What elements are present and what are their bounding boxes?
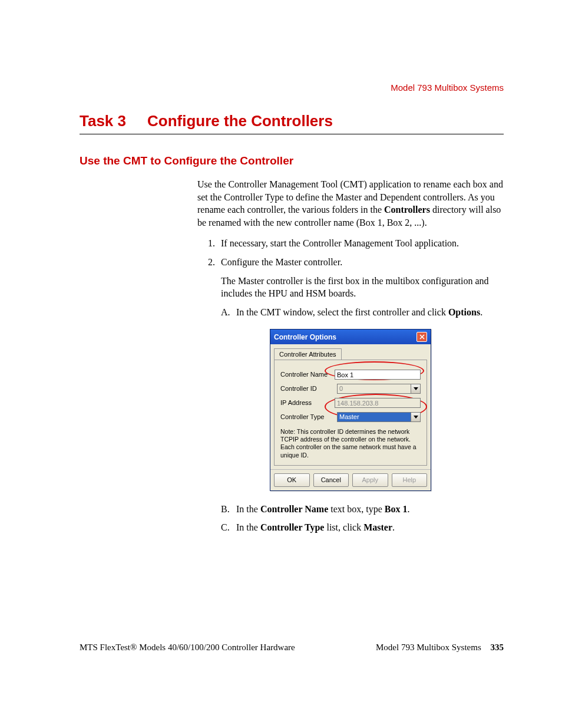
bold-text: Controllers xyxy=(384,205,430,215)
text: . xyxy=(392,522,395,532)
dialog-titlebar[interactable]: Controller Options xyxy=(270,330,431,344)
bold-text: Options xyxy=(448,307,480,317)
controller-type-select[interactable]: Master xyxy=(337,412,421,422)
text: . xyxy=(480,307,482,317)
dialog-controller-options: Controller Options Controller Attributes… xyxy=(270,329,431,490)
page-number: 335 xyxy=(491,643,504,652)
bold-text: Box 1 xyxy=(385,504,408,514)
chevron-down-icon[interactable] xyxy=(411,413,420,421)
footer-section: Model 793 Multibox Systems xyxy=(376,643,481,652)
row-controller-name: Controller Name xyxy=(280,370,421,380)
step-text: If necessary, start the Controller Manag… xyxy=(221,237,504,250)
ip-address-input[interactable] xyxy=(335,398,421,408)
row-controller-type: Controller Type Master xyxy=(280,412,421,422)
bold-text: Controller Name xyxy=(260,504,328,514)
text: list, click xyxy=(324,522,363,532)
step-2: 2. Configure the Master controller. xyxy=(208,256,504,269)
text: In the xyxy=(236,504,260,514)
task-title: Configure the Controllers xyxy=(147,112,333,130)
dialog-tabs: Controller Attributes xyxy=(270,344,431,360)
tab-controller-attributes[interactable]: Controller Attributes xyxy=(274,348,342,360)
label-controller-name: Controller Name xyxy=(280,370,335,379)
controller-name-input[interactable] xyxy=(335,370,421,380)
label-controller-type: Controller Type xyxy=(280,413,337,421)
bold-text: Master xyxy=(363,522,392,532)
sub-letter: B. xyxy=(221,503,236,516)
controller-id-select[interactable]: 0 xyxy=(337,384,421,394)
step-number: 1. xyxy=(208,237,221,250)
row-controller-id: Controller ID 0 xyxy=(280,384,421,394)
close-icon[interactable] xyxy=(416,332,427,342)
footer-right: Model 793 Multibox Systems 335 xyxy=(376,643,504,653)
apply-button[interactable]: Apply xyxy=(352,473,388,487)
footer-left: MTS FlexTest® Models 40/60/100/200 Contr… xyxy=(80,643,295,653)
step-number: 2. xyxy=(208,256,221,269)
step-2a: A. In the CMT window, select the first c… xyxy=(221,306,504,319)
text: text box, type xyxy=(328,504,385,514)
step-text: Configure the Master controller. xyxy=(221,256,504,269)
page-footer: MTS FlexTest® Models 40/60/100/200 Contr… xyxy=(80,643,504,653)
bold-text: Controller Type xyxy=(260,522,325,532)
running-header: Model 793 Multibox Systems xyxy=(391,83,504,93)
sub-text: In the Controller Type list, click Maste… xyxy=(236,521,504,534)
ordered-list: 1. If necessary, start the Controller Ma… xyxy=(197,237,504,534)
task-number: Task 3 xyxy=(80,112,147,130)
dialog-note: Note: This controller ID determines the … xyxy=(280,428,421,459)
help-button[interactable]: Help xyxy=(392,473,428,487)
sub-text: In the Controller Name text box, type Bo… xyxy=(236,503,504,516)
step-1: 1. If necessary, start the Controller Ma… xyxy=(208,237,504,250)
select-value: Master xyxy=(338,413,411,421)
sub-text: In the CMT window, select the first cont… xyxy=(236,306,504,319)
body-column: Use the Controller Management Tool (CMT)… xyxy=(197,178,504,534)
chevron-down-icon[interactable] xyxy=(411,384,420,393)
step-2c: C. In the Controller Type list, click Ma… xyxy=(221,521,504,534)
label-controller-id: Controller ID xyxy=(280,384,337,393)
ok-button[interactable]: OK xyxy=(274,473,310,487)
cancel-button[interactable]: Cancel xyxy=(313,473,349,487)
dialog-panel: Controller Name Controller ID 0 IP Addre… xyxy=(274,360,427,466)
text: . xyxy=(407,504,409,514)
row-ip-address: IP Address xyxy=(280,398,421,408)
sub-letter: A. xyxy=(221,306,236,319)
intro-paragraph: Use the Controller Management Tool (CMT)… xyxy=(197,178,504,229)
text: In the xyxy=(236,522,260,532)
task-heading: Task 3 Configure the Controllers xyxy=(80,112,504,134)
text: In the CMT window, select the first cont… xyxy=(236,307,448,317)
subsection-heading: Use the CMT to Configure the Controller xyxy=(80,154,504,167)
select-value: 0 xyxy=(338,384,411,393)
step-2b: B. In the Controller Name text box, type… xyxy=(221,503,504,516)
dialog-button-row: OK Cancel Apply Help xyxy=(270,469,431,490)
sub-letter: C. xyxy=(221,521,236,534)
step-2-note: The Master controller is the first box i… xyxy=(221,275,504,300)
label-ip-address: IP Address xyxy=(280,398,335,407)
dialog-title: Controller Options xyxy=(274,332,336,342)
